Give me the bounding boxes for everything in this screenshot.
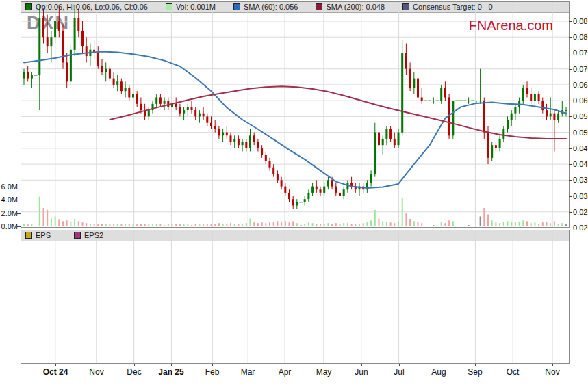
month-tick-label: Sep xyxy=(455,367,496,377)
price-tick xyxy=(569,37,572,38)
sma200-swatch-icon xyxy=(316,3,322,10)
month-tick-label: Mar xyxy=(227,367,268,377)
month-tick-label: May xyxy=(303,367,344,377)
eps-label: EPS xyxy=(36,231,51,239)
price-chart-canvas xyxy=(21,2,569,227)
sma200-label: SMA (200): 0.048 xyxy=(326,3,385,11)
month-tick xyxy=(97,364,97,366)
month-tick xyxy=(212,364,213,366)
month-tick-label: Oct 24 xyxy=(35,367,76,377)
volume-swatch-icon xyxy=(166,3,172,10)
month-tick xyxy=(552,364,553,366)
eps-legend: EPS EPS2 xyxy=(25,231,121,239)
month-tick-label: Nov xyxy=(76,367,117,377)
price-tick xyxy=(569,196,572,197)
month-tick-label: Jan 25 xyxy=(151,367,192,377)
eps-chart-panel: EPS EPS2 xyxy=(21,230,570,364)
month-tick xyxy=(171,364,172,366)
legend-item-eps2: EPS2 xyxy=(74,231,103,239)
price-tick xyxy=(569,133,572,133)
price-tick-label: 0.035 xyxy=(573,176,588,184)
fnarena-logo: FNArena.com xyxy=(452,18,553,34)
month-tick-label: Aug xyxy=(418,367,459,377)
price-tick-label: 0.045 xyxy=(573,144,588,152)
month-tick xyxy=(399,364,400,366)
volume-tick-label: 2.0M xyxy=(0,209,18,217)
price-tick-label: 0.025 xyxy=(573,208,588,216)
month-tick-label: Feb xyxy=(192,367,233,377)
price-tick xyxy=(569,212,572,213)
price-tick xyxy=(569,53,572,53)
chart-legend: Op:0.06, Hi:0.06, Lo:0.06, Cl:0.06 Vol: … xyxy=(25,3,511,11)
price-tick xyxy=(569,180,572,181)
volume-tick-label: 6.0M xyxy=(0,183,18,191)
month-tick xyxy=(324,364,324,366)
price-tick-label: 0.085 xyxy=(573,17,588,25)
eps-chart-canvas xyxy=(21,230,569,363)
eps2-swatch-icon xyxy=(74,232,81,239)
price-tick-label: 0.040 xyxy=(573,160,588,168)
price-tick xyxy=(569,164,572,165)
price-tick xyxy=(569,85,572,85)
ohlc-label: Op:0.06, Hi:0.06, Lo:0.06, Cl:0.06 xyxy=(36,3,148,11)
stock-chart-page: { "ticker": "DXN", "brand": "FNArena.com… xyxy=(0,0,588,387)
price-tick-label: 0.075 xyxy=(573,49,588,57)
legend-item-ohlc: Op:0.06, Hi:0.06, Lo:0.06, Cl:0.06 xyxy=(25,3,148,11)
volume-label: Vol: 0.001M xyxy=(176,3,216,11)
sma60-label: SMA (60): 0.056 xyxy=(244,3,298,11)
price-tick xyxy=(569,69,572,70)
volume-tick-label: 0.0M xyxy=(0,222,18,230)
legend-item-eps: EPS xyxy=(25,231,51,239)
volume-tick-label: 4.0M xyxy=(0,196,18,204)
price-tick xyxy=(569,228,572,228)
month-tick xyxy=(361,364,362,366)
consensus-label: Consensus Target: 0 - 0 xyxy=(413,3,493,11)
eps-swatch-icon xyxy=(25,232,32,239)
price-tick xyxy=(569,21,572,22)
month-tick-label: Oct xyxy=(492,367,533,377)
month-tick xyxy=(248,364,248,366)
legend-item-sma200: SMA (200): 0.048 xyxy=(316,3,385,11)
sma60-swatch-icon xyxy=(233,3,240,10)
month-tick-label: Jun xyxy=(341,367,382,377)
price-tick-label: 0.020 xyxy=(573,224,588,232)
price-tick-label: 0.055 xyxy=(573,112,588,120)
price-tick-label: 0.030 xyxy=(573,192,588,200)
eps2-label: EPS2 xyxy=(84,231,103,239)
legend-item-consensus: Consensus Target: 0 - 0 xyxy=(402,3,493,11)
consensus-swatch-icon xyxy=(402,3,409,10)
legend-item-sma60: SMA (60): 0.056 xyxy=(233,3,298,11)
price-tick-label: 0.070 xyxy=(573,65,588,73)
month-tick xyxy=(475,364,476,366)
price-tick xyxy=(569,101,572,101)
legend-item-volume: Vol: 0.001M xyxy=(166,3,216,11)
price-tick-label: 0.080 xyxy=(573,33,588,41)
month-tick xyxy=(439,364,439,366)
month-tick xyxy=(285,364,285,366)
month-tick-label: Dec xyxy=(114,367,155,377)
month-tick xyxy=(55,364,56,366)
price-tick-label: 0.050 xyxy=(573,129,588,137)
price-tick-label: 0.060 xyxy=(573,96,588,105)
price-tick-label: 0.065 xyxy=(573,81,588,89)
price-tick xyxy=(569,148,572,149)
price-chart-panel: DXN Op:0.06, Hi:0.06, Lo:0.06, Cl:0.06 V… xyxy=(21,1,570,228)
price-tick xyxy=(569,116,572,117)
month-tick-label: Nov xyxy=(532,367,573,377)
month-tick xyxy=(513,364,513,366)
month-tick xyxy=(134,364,135,366)
ohlc-swatch-icon xyxy=(25,3,32,10)
month-tick-label: Apr xyxy=(264,367,305,377)
month-tick-label: Jul xyxy=(379,367,420,377)
